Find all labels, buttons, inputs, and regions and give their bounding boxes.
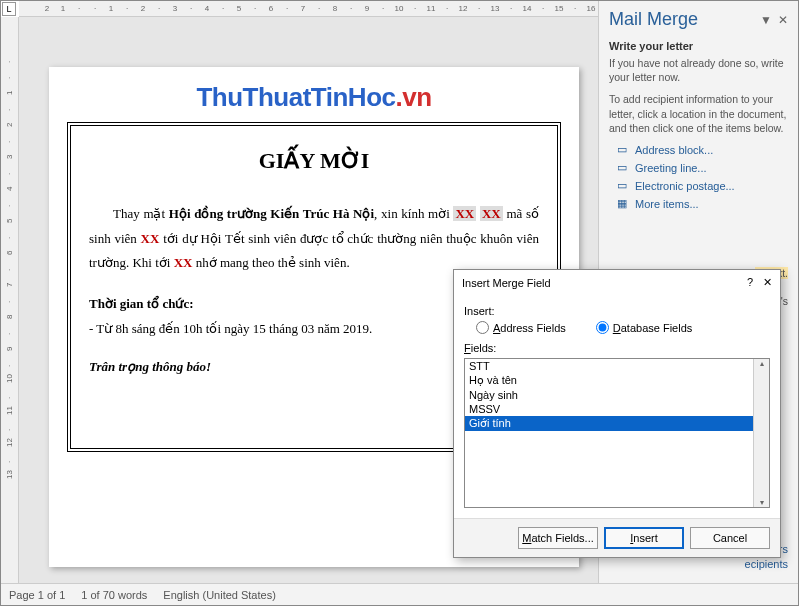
- scrollbar[interactable]: [753, 359, 769, 507]
- doc-title: GIẤY MỜI: [89, 148, 539, 174]
- ruler-horizontal[interactable]: 21··1·2·3·4·5·6·7·8·9·10·11·12·13·14·15·…: [19, 1, 598, 17]
- close-icon[interactable]: ✕: [778, 13, 788, 27]
- field-item[interactable]: MSSV: [465, 402, 769, 416]
- cancel-button[interactable]: Cancel: [690, 527, 770, 549]
- doc-paragraph: Thay mặt Hội đồng trường Kiến Trúc Hà Nộ…: [89, 202, 539, 276]
- field-item[interactable]: Giới tính: [465, 416, 769, 431]
- fields-listbox[interactable]: STTHọ và tênNgày sinhMSSVGiới tính: [464, 358, 770, 508]
- dialog-titlebar[interactable]: Insert Merge Field ? ✕: [454, 270, 780, 295]
- address-block-link[interactable]: ▭Address block...: [609, 143, 788, 157]
- more-items-link[interactable]: ▦More items...: [609, 197, 788, 211]
- electronic-postage-link[interactable]: ▭Electronic postage...: [609, 179, 788, 193]
- insert-merge-field-dialog: Insert Merge Field ? ✕ Insert: Address F…: [453, 269, 781, 558]
- insert-button[interactable]: Insert: [604, 527, 684, 549]
- pane-text: If you have not already done so, write y…: [609, 56, 788, 84]
- field-item[interactable]: STT: [465, 359, 769, 373]
- field-item[interactable]: Ngày sinh: [465, 388, 769, 402]
- merge-field[interactable]: XX: [141, 231, 160, 246]
- tab-selector[interactable]: L: [2, 2, 16, 16]
- postage-icon: ▭: [615, 179, 629, 193]
- dropdown-icon[interactable]: ▼: [760, 13, 772, 27]
- language-indicator[interactable]: English (United States): [163, 589, 276, 601]
- watermark: ThuThuatTinHoc.vn: [49, 82, 579, 113]
- status-bar: Page 1 of 1 1 of 70 words English (Unite…: [1, 583, 798, 605]
- pane-title: Mail Merge: [609, 9, 698, 30]
- merge-field[interactable]: XX: [174, 255, 193, 270]
- page-indicator[interactable]: Page 1 of 1: [9, 589, 65, 601]
- word-count[interactable]: 1 of 70 words: [81, 589, 147, 601]
- field-item[interactable]: Họ và tên: [465, 373, 769, 388]
- select-recipients-link[interactable]: ecipients: [745, 558, 788, 570]
- more-icon: ▦: [615, 197, 629, 211]
- merge-field[interactable]: XX: [480, 206, 503, 221]
- address-icon: ▭: [615, 143, 629, 157]
- pane-text: To add recipient information to your let…: [609, 92, 788, 135]
- merge-field[interactable]: XX: [453, 206, 476, 221]
- match-fields-button[interactable]: Match Fields...: [518, 527, 598, 549]
- greeting-line-link[interactable]: ▭Greeting line...: [609, 161, 788, 175]
- help-icon[interactable]: ?: [747, 276, 753, 289]
- fields-label: Fields:: [464, 342, 770, 354]
- pane-section-title: Write your letter: [609, 40, 788, 52]
- database-fields-radio[interactable]: Database Fields: [596, 321, 693, 334]
- insert-label: Insert:: [464, 305, 770, 317]
- dialog-title: Insert Merge Field: [462, 277, 551, 289]
- pane-cut-text: When you have finished: [609, 217, 788, 231]
- greeting-icon: ▭: [615, 161, 629, 175]
- address-fields-radio[interactable]: Address Fields: [476, 321, 566, 334]
- close-icon[interactable]: ✕: [763, 276, 772, 289]
- ruler-vertical[interactable]: ··1·2·3·4·5·6·7·8·9·10·11·12·13: [1, 17, 19, 583]
